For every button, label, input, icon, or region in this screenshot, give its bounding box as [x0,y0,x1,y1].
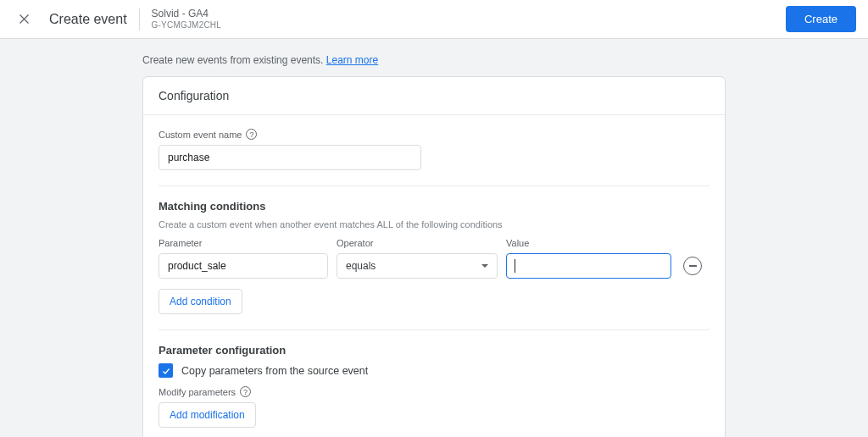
custom-event-name-input[interactable] [159,145,421,170]
copy-params-checkbox[interactable] [159,363,173,378]
header-divider [139,8,140,30]
add-condition-button[interactable]: Add condition [159,289,242,314]
operator-select[interactable]: equals [337,253,498,279]
property-id: G-YCMGJM2CHL [152,20,221,30]
custom-event-label-text: Custom event name [159,130,242,140]
copy-params-row: Copy parameters from the source event [159,363,709,378]
property-name: Solvid - GA4 [152,8,221,19]
minus-icon [689,265,697,267]
intro-text-content: Create new events from existing events. [142,54,326,66]
operator-col-label: Operator [337,238,498,248]
learn-more-link[interactable]: Learn more [326,54,378,66]
custom-event-name-label: Custom event name ? [159,129,709,140]
chevron-down-icon [481,264,488,268]
remove-condition-button[interactable] [683,257,702,275]
modify-params-text: Modify parameters [159,387,236,397]
property-meta: Solvid - GA4 G-YCMGJM2CHL [152,8,221,29]
check-icon [161,366,171,376]
matching-title: Matching conditions [159,200,709,213]
matching-desc: Create a custom event when another event… [159,219,709,230]
page-title: Create event [49,12,127,27]
modal-header: Create event Solvid - GA4 G-YCMGJM2CHL C… [0,0,868,39]
value-input[interactable] [506,253,671,279]
intro-text: Create new events from existing events. … [142,39,726,76]
help-icon[interactable]: ? [240,386,251,397]
text-cursor [515,259,515,273]
create-button[interactable]: Create [786,6,856,32]
copy-params-label: Copy parameters from the source event [181,365,368,377]
parameter-col-label: Parameter [159,238,328,248]
add-modification-button[interactable]: Add modification [159,402,256,428]
close-button[interactable] [12,8,36,31]
help-icon[interactable]: ? [246,129,257,140]
parameter-input[interactable] [159,253,328,279]
modify-params-label: Modify parameters ? [159,386,709,397]
card-title: Configuration [143,77,725,115]
value-col-label: Value [506,238,671,248]
parameter-config-title: Parameter configuration [159,344,709,357]
close-icon [18,13,31,25]
operator-value: equals [346,260,376,272]
condition-row: Parameter Operator equals Value [159,238,709,279]
config-card: Configuration Custom event name ? Matchi… [142,76,726,437]
